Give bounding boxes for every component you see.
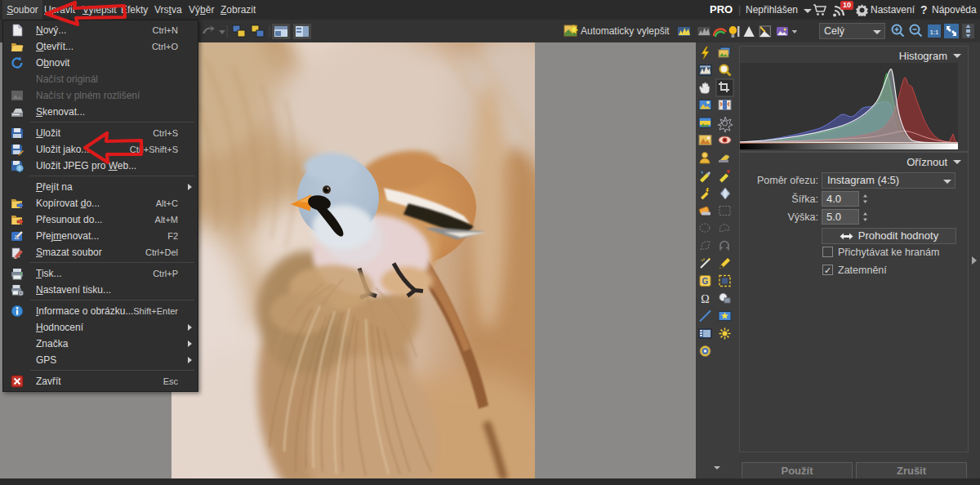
svg-text:G: G (702, 277, 709, 286)
svg-text:Ω: Ω (701, 293, 709, 305)
svg-text:1:1: 1:1 (929, 29, 939, 36)
